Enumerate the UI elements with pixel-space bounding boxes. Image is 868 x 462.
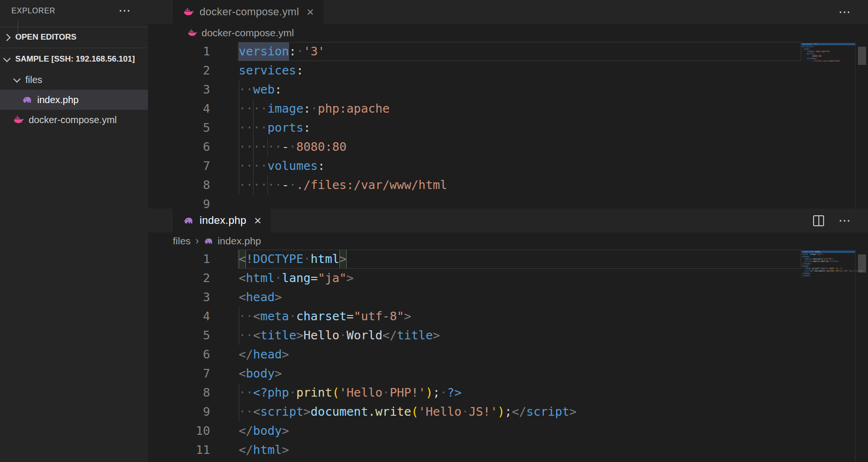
- tree-indent-guide: [18, 21, 18, 41]
- chevron-down-icon: [13, 75, 21, 83]
- code-line[interactable]: 8······-·./files:/var/www/html: [148, 176, 868, 195]
- line-number: 1: [148, 250, 210, 269]
- tab-docker-compose-yml[interactable]: docker-compose.yml ×: [173, 0, 324, 24]
- chevron-right-icon: [3, 33, 11, 41]
- code-line[interactable]: 3<head>: [148, 288, 868, 307]
- code-line[interactable]: 12: [148, 460, 868, 462]
- line-number: 7: [148, 157, 210, 176]
- sidebar-item-files[interactable]: files: [0, 70, 162, 90]
- code-line[interactable]: 9: [148, 195, 868, 209]
- code-line[interactable]: 4····image:·php:apache: [148, 99, 868, 118]
- docker-icon: [183, 7, 194, 17]
- code-line[interactable]: 8··<?php·print('Hello·PHP!');·?>: [148, 383, 868, 402]
- breadcrumb: docker-compose.yml: [148, 24, 868, 42]
- more-actions-icon[interactable]: ⋯: [838, 6, 851, 18]
- line-number: 5: [148, 326, 210, 345]
- minimap[interactable]: 1<!DOCTYPE·html>2<html·lang="ja">3<head>…: [802, 251, 855, 279]
- split-editor-icon[interactable]: [813, 215, 824, 226]
- tab-index-php[interactable]: index.php ×: [173, 209, 271, 232]
- line-number: 9: [148, 402, 210, 421]
- tab-bar: docker-compose.yml × ⋯: [148, 0, 868, 24]
- code-line[interactable]: 5··<title>Hello·World</title>: [148, 326, 868, 345]
- line-number: 12: [148, 460, 210, 462]
- breadcrumb-folder[interactable]: files: [173, 235, 191, 247]
- line-number: 8: [148, 176, 210, 195]
- code-line[interactable]: 9··<script>document.write('Hello·JS!');<…: [148, 402, 868, 421]
- line-number: 6: [148, 345, 210, 364]
- code-line[interactable]: 5····ports:: [148, 118, 868, 137]
- section-workspace-root[interactable]: SAMPLE [SSH: 192.168.56.101]: [0, 48, 148, 70]
- line-number: 9: [148, 195, 210, 209]
- line-number: 3: [148, 288, 210, 307]
- docker-icon: [188, 28, 197, 38]
- item-label: files: [25, 74, 42, 85]
- sidebar-title: EXPLORER: [11, 0, 55, 22]
- explorer-sidebar: EXPLORER ⋯ OPEN EDITORS SAMPLE [SSH: 192…: [0, 0, 148, 462]
- line-number: 5: [148, 118, 210, 137]
- breadcrumb-separator-icon: ›: [195, 235, 199, 247]
- line-number: 2: [148, 269, 210, 288]
- section-label: OPEN EDITORS: [15, 32, 76, 42]
- code-editor-php[interactable]: 1<!DOCTYPE·html>2<html·lang="ja">3<head>…: [148, 250, 868, 462]
- php-icon: [183, 215, 194, 226]
- section-label: SAMPLE [SSH: 192.168.56.101]: [15, 54, 135, 64]
- close-icon[interactable]: ×: [254, 214, 261, 227]
- tab-label: docker-compose.yml: [200, 6, 299, 18]
- tab-bar: index.php × ⋯: [148, 209, 868, 232]
- breadcrumb-file[interactable]: index.php: [218, 235, 261, 247]
- tab-label: index.php: [200, 214, 246, 227]
- code-line[interactable]: 11</html>: [148, 441, 868, 460]
- breadcrumb: files › index.php: [148, 232, 868, 250]
- php-icon: [204, 236, 213, 246]
- chevron-down-icon: [3, 54, 11, 62]
- scrollbar-thumb[interactable]: [858, 47, 866, 65]
- item-label: index.php: [37, 94, 79, 105]
- line-number: 3: [148, 80, 210, 99]
- minimap-line: 12: [802, 277, 855, 279]
- code-line[interactable]: 10</body>: [148, 421, 868, 441]
- minimap-line: 9: [802, 62, 855, 64]
- close-icon[interactable]: ×: [307, 6, 314, 18]
- php-icon: [22, 94, 32, 105]
- sidebar-item-index-php[interactable]: index.php: [0, 90, 170, 110]
- more-actions-icon[interactable]: ⋯: [838, 214, 851, 227]
- code-line[interactable]: 7····volumes:: [148, 157, 868, 176]
- section-open-editors[interactable]: OPEN EDITORS: [0, 27, 148, 47]
- code-line[interactable]: 2<html·lang="ja">: [148, 269, 868, 288]
- editor-group-top: docker-compose.yml × ⋯ docker-compose.ym…: [148, 0, 868, 209]
- code-line[interactable]: 3··web:: [148, 80, 868, 99]
- line-number: 4: [148, 99, 210, 118]
- code-line[interactable]: 6</head>: [148, 345, 868, 364]
- code-line[interactable]: 7<body>: [148, 364, 868, 383]
- line-number: 8: [148, 383, 210, 402]
- code-line[interactable]: 1version:·'3': [148, 42, 868, 61]
- code-editor-yaml[interactable]: 1version:·'3'2services:3··web:4····image…: [148, 42, 868, 209]
- line-number: 4: [148, 307, 210, 326]
- scrollbar[interactable]: [855, 250, 868, 462]
- code-line[interactable]: 1<!DOCTYPE·html>: [148, 250, 868, 269]
- line-number: 7: [148, 364, 210, 383]
- line-number: 10: [148, 421, 210, 441]
- editor-group-bottom: index.php × ⋯ files › index.php 1<!DOCTY…: [148, 209, 868, 462]
- line-number: 11: [148, 441, 210, 460]
- minimap[interactable]: 1version:·'3'2services:3··web:4····image…: [802, 43, 855, 64]
- scrollbar-thumb[interactable]: [858, 254, 866, 273]
- sidebar-more-actions-icon[interactable]: ⋯: [118, 0, 131, 22]
- code-line[interactable]: 4··<meta·charset="utf-8">: [148, 307, 868, 326]
- breadcrumb-file[interactable]: docker-compose.yml: [201, 27, 294, 39]
- item-label: docker-compose.yml: [29, 115, 117, 126]
- line-number: 1: [148, 42, 210, 61]
- sidebar-item-docker-compose-yml[interactable]: docker-compose.yml: [0, 110, 161, 130]
- code-line[interactable]: 6······-·8080:80: [148, 137, 868, 157]
- line-number: 6: [148, 137, 210, 157]
- scrollbar[interactable]: [855, 42, 868, 209]
- docker-icon: [13, 115, 24, 125]
- code-line[interactable]: 2services:: [148, 61, 868, 80]
- line-number: 2: [148, 61, 210, 80]
